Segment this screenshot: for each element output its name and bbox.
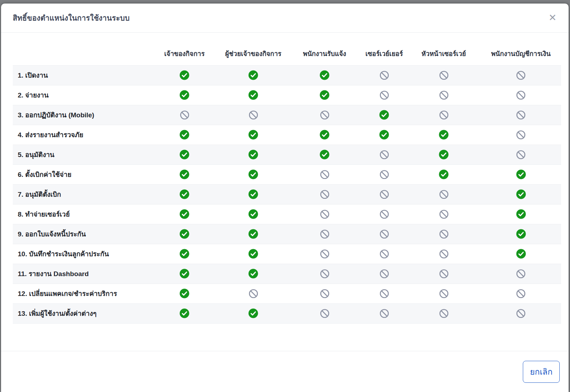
permission-cell — [481, 284, 561, 303]
permissions-table: เจ้าของกิจการผู้ช่วยเจ้าของกิจการพนักงาน… — [13, 43, 561, 324]
close-icon[interactable]: ✕ — [548, 13, 557, 23]
permission-cell — [150, 125, 219, 145]
permission-cell — [407, 65, 481, 85]
ban-icon — [380, 289, 389, 298]
row-label: 8. ทำจ่ายเซอร์เวย์ — [13, 204, 150, 224]
permission-cell — [150, 145, 219, 164]
column-header: พนักงานบัญชีการเงิน — [481, 43, 561, 65]
ban-icon — [516, 110, 526, 120]
permission-cell — [219, 264, 288, 284]
check-circle-icon — [248, 130, 258, 140]
permission-cell — [219, 85, 288, 105]
permission-cell — [150, 303, 219, 323]
permission-cell — [361, 264, 407, 284]
check-circle-icon — [439, 150, 449, 159]
row-label: 7. อนุมัติตั้งเบิก — [13, 184, 150, 204]
permission-cell — [361, 105, 407, 125]
table-row: 2. จ่ายงาน — [13, 85, 561, 105]
row-label: 5. อนุมัติงาน — [13, 145, 150, 164]
table-header-row: เจ้าของกิจการผู้ช่วยเจ้าของกิจการพนักงาน… — [13, 43, 561, 65]
check-circle-icon — [516, 169, 526, 179]
permission-cell — [481, 164, 561, 184]
ban-icon — [320, 209, 330, 219]
permission-cell — [407, 164, 481, 184]
permission-cell — [481, 184, 561, 204]
permission-cell — [407, 204, 481, 224]
permission-cell — [288, 125, 361, 145]
check-circle-icon — [248, 70, 258, 80]
ban-icon — [439, 269, 449, 279]
ban-icon — [439, 190, 449, 199]
ban-icon — [380, 170, 389, 179]
column-header: เซอร์เวย์เยอร์ — [361, 43, 407, 65]
check-circle-icon — [248, 189, 258, 199]
row-label: 1. เปิดงาน — [13, 65, 150, 85]
permission-cell — [361, 224, 407, 244]
ban-icon — [439, 209, 449, 219]
check-circle-icon — [179, 289, 189, 298]
table-row: 11. รายงาน Dashboard — [13, 264, 561, 284]
permission-cell — [219, 244, 288, 264]
check-circle-icon — [179, 130, 189, 140]
permission-cell — [219, 184, 288, 204]
check-circle-icon — [248, 269, 258, 279]
permission-cell — [288, 264, 361, 284]
check-circle-icon — [248, 229, 258, 239]
permission-cell — [407, 303, 481, 323]
check-circle-icon — [248, 150, 258, 159]
row-label: 10. บันทึกชำระเงินลูกค้าประกัน — [13, 244, 150, 264]
ban-icon — [320, 229, 330, 239]
check-circle-icon — [248, 90, 258, 100]
permission-cell — [219, 145, 288, 164]
ban-icon — [380, 309, 389, 318]
check-circle-icon — [179, 308, 189, 318]
permission-cell — [288, 244, 361, 264]
permission-cell — [219, 284, 288, 303]
ban-icon — [380, 269, 389, 279]
table-row: 3. ออกปฏิบัติงาน (Mobile) — [13, 105, 561, 125]
permission-cell — [361, 164, 407, 184]
permission-cell — [288, 164, 361, 184]
table-row: 7. อนุมัติตั้งเบิก — [13, 184, 561, 204]
permission-cell — [150, 85, 219, 105]
ban-icon — [439, 309, 449, 318]
permission-cell — [219, 303, 288, 323]
ban-icon — [320, 269, 330, 279]
check-circle-icon — [516, 189, 526, 199]
permission-cell — [407, 184, 481, 204]
permission-cell — [361, 125, 407, 145]
permission-cell — [219, 164, 288, 184]
cancel-button[interactable]: ยกเลิก — [523, 361, 560, 383]
ban-icon — [516, 90, 526, 100]
ban-icon — [380, 190, 389, 199]
ban-icon — [439, 90, 449, 100]
permission-cell — [361, 204, 407, 224]
permission-cell — [219, 65, 288, 85]
check-circle-icon — [179, 229, 189, 239]
ban-icon — [249, 110, 258, 120]
permission-cell — [361, 145, 407, 164]
permission-cell — [361, 85, 407, 105]
permission-cell — [219, 204, 288, 224]
permission-cell — [407, 105, 481, 125]
check-circle-icon — [320, 90, 330, 100]
check-circle-icon — [516, 209, 526, 219]
permission-cell — [481, 303, 561, 323]
table-row: 9. ออกใบแจ้งหนี้ประกัน — [13, 224, 561, 244]
check-circle-icon — [516, 229, 526, 239]
ban-icon — [320, 190, 330, 199]
permission-cell — [481, 85, 561, 105]
permission-cell — [361, 284, 407, 303]
ban-icon — [516, 309, 526, 318]
table-row: 13. เพิ่มผู้ใช้งาน/ตั้งค่าต่างๆ — [13, 303, 561, 323]
ban-icon — [380, 71, 389, 80]
ban-icon — [380, 150, 389, 159]
permission-cell — [481, 105, 561, 125]
check-circle-icon — [248, 249, 258, 259]
ban-icon — [249, 289, 258, 298]
permission-cell — [481, 264, 561, 284]
table-row: 10. บันทึกชำระเงินลูกค้าประกัน — [13, 244, 561, 264]
column-header: เจ้าของกิจการ — [150, 43, 219, 65]
permission-cell — [361, 303, 407, 323]
check-circle-icon — [320, 70, 330, 80]
